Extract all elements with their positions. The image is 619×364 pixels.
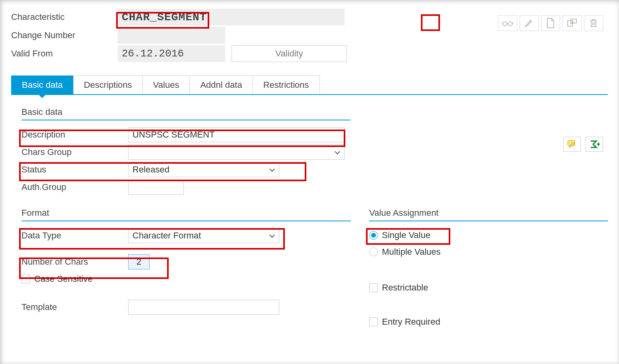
other-object-button[interactable] xyxy=(563,15,582,31)
label-description: Description xyxy=(21,130,128,140)
divider xyxy=(369,221,608,221)
radio-multiple-values[interactable] xyxy=(369,248,378,256)
long-text-button[interactable] xyxy=(563,137,581,152)
label-characteristic: Characteristic xyxy=(11,12,118,22)
sigma-arrow-icon xyxy=(589,139,600,149)
label-status: Status xyxy=(21,165,128,175)
row-restrictable: Restrictable xyxy=(369,279,608,296)
tab-values[interactable]: Values xyxy=(142,76,190,94)
label-multiple-values: Multiple Values xyxy=(382,247,441,257)
checkbox-case-sensitive[interactable] xyxy=(21,275,30,283)
field-change-number[interactable] xyxy=(118,27,225,44)
panel-title-format: Format xyxy=(11,208,361,218)
row-case-sensitive: Case Sensitive xyxy=(11,271,361,287)
field-number-of-chars[interactable] xyxy=(128,254,150,269)
checkbox-entry-required[interactable] xyxy=(369,318,378,326)
row-valid-from: Valid From Validity xyxy=(11,45,608,63)
field-data-type[interactable] xyxy=(128,228,279,243)
label-restrictable: Restrictable xyxy=(382,283,428,293)
row-multiple-values: Multiple Values xyxy=(369,244,608,260)
checkbox-restrictable[interactable] xyxy=(369,283,378,292)
glasses-icon xyxy=(502,19,514,27)
delete-button[interactable] xyxy=(584,15,603,31)
panel-value-assignment: Value Assignment Single Value Multiple V… xyxy=(361,208,608,330)
dependencies-button[interactable] xyxy=(586,137,603,152)
field-characteristic[interactable] xyxy=(118,9,345,25)
row-single-value: Single Value xyxy=(369,227,608,244)
panel-title-basic-data: Basic data xyxy=(11,107,361,117)
row-number-of-chars: Number of Chars xyxy=(11,253,361,271)
row-template: Template xyxy=(11,298,361,316)
select-data-type[interactable] xyxy=(128,228,279,243)
create-button[interactable] xyxy=(541,15,560,31)
panel-title-value-assignment: Value Assignment xyxy=(369,208,608,218)
sap-characteristic-screen: Characteristic Change Number Valid From … xyxy=(0,0,619,364)
new-page-icon xyxy=(546,17,555,29)
field-auth-group[interactable] xyxy=(128,180,184,195)
field-status[interactable] xyxy=(128,162,279,177)
row-auth-group: Auth.Group xyxy=(11,178,361,196)
validity-button[interactable]: Validity xyxy=(232,45,347,62)
trash-icon xyxy=(589,18,598,28)
side-actions xyxy=(563,137,603,152)
display-button[interactable] xyxy=(498,15,517,31)
svg-point-0 xyxy=(503,22,507,26)
object-icon xyxy=(567,18,577,28)
note-pencil-icon xyxy=(567,139,577,149)
label-entry-required: Entry Required xyxy=(382,317,440,327)
label-change-number: Change Number xyxy=(11,30,118,41)
label-number-of-chars: Number of Chars xyxy=(21,257,128,267)
pencil-icon xyxy=(524,18,534,28)
field-chars-group[interactable] xyxy=(128,145,345,160)
row-chars-group: Chars Group xyxy=(11,143,361,161)
field-template[interactable] xyxy=(128,300,279,315)
tab-addnl-data[interactable]: Addnl data xyxy=(189,76,253,94)
lower-columns: Format Data Type Number of Chars Case Se… xyxy=(11,208,608,330)
row-description: Description xyxy=(11,126,361,143)
label-valid-from: Valid From xyxy=(11,48,118,59)
label-auth-group: Auth.Group xyxy=(21,182,128,192)
label-chars-group: Chars Group xyxy=(21,147,128,157)
select-chars-group[interactable] xyxy=(128,145,345,160)
label-template: Template xyxy=(21,302,128,312)
tab-descriptions[interactable]: Descriptions xyxy=(73,76,143,94)
label-data-type: Data Type xyxy=(21,230,128,241)
label-case-sensitive: Case Sensitive xyxy=(34,274,93,284)
row-entry-required: Entry Required xyxy=(369,314,608,330)
select-status[interactable] xyxy=(128,162,279,177)
panel-format: Format Data Type Number of Chars Case Se… xyxy=(11,208,361,330)
radio-single-value[interactable] xyxy=(369,231,378,240)
tab-strip: Basic data Descriptions Values Addnl dat… xyxy=(11,76,608,95)
edit-button[interactable] xyxy=(520,15,539,31)
divider xyxy=(21,221,351,221)
tab-basic-data[interactable]: Basic data xyxy=(11,76,74,94)
divider xyxy=(21,120,351,120)
toolbar xyxy=(498,15,603,31)
row-data-type: Data Type xyxy=(11,227,361,244)
tab-restrictions[interactable]: Restrictions xyxy=(253,76,320,94)
field-valid-from[interactable] xyxy=(118,45,225,62)
svg-point-1 xyxy=(508,22,512,26)
panel-basic-data: Basic data Description Chars Group Statu… xyxy=(11,105,361,201)
row-status: Status xyxy=(11,161,361,178)
label-single-value: Single Value xyxy=(382,230,430,240)
field-description[interactable] xyxy=(128,127,345,142)
